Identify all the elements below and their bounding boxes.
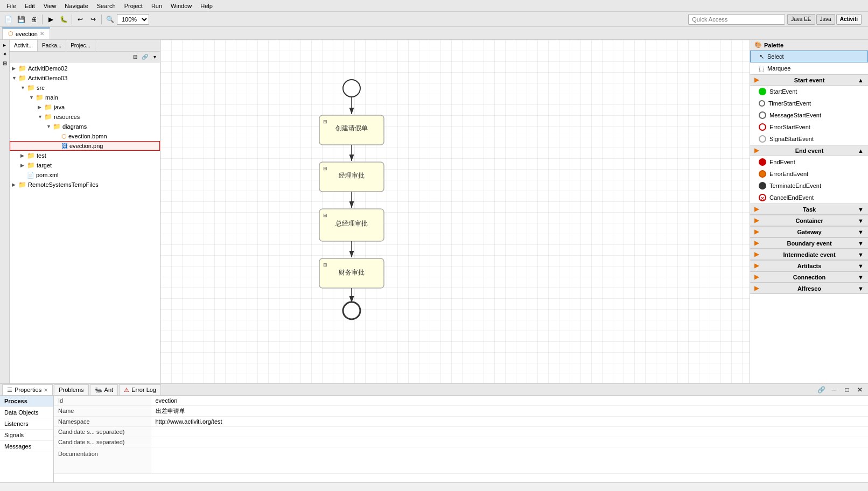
perspective-javaee[interactable]: Java EE — [787, 14, 815, 25]
props-scrollbar[interactable] — [0, 482, 868, 491]
arrow-java[interactable]: ▶ — [38, 104, 44, 110]
arrow-test[interactable]: ▶ — [20, 153, 27, 158]
arrow-diagrams[interactable]: ▼ — [46, 124, 53, 129]
palette-item-terminateend[interactable]: TerminateEndEvent — [750, 180, 868, 192]
palette-section-gateway[interactable]: ▶ Gateway ▼ — [750, 226, 868, 237]
editor-tab-evection[interactable]: ⬡ evection ✕ — [2, 27, 50, 39]
menu-help[interactable]: Help — [196, 2, 217, 10]
nav-process[interactable]: Process — [0, 396, 53, 407]
props-close-btn[interactable]: ✕ — [854, 384, 866, 396]
side-icon-3[interactable]: ⊞ — [2, 59, 8, 67]
toolbar-new[interactable]: 📄 — [2, 13, 14, 25]
palette-section-boundary[interactable]: ▶ Boundary event ▼ — [750, 237, 868, 249]
toolbar-undo[interactable]: ↩ — [74, 13, 86, 25]
bottom-tab-problems[interactable]: Problems — [54, 384, 88, 395]
toolbar-run[interactable]: ▶ — [45, 13, 57, 25]
toolbar-debug[interactable]: 🐛 — [58, 13, 69, 25]
props-id-input[interactable] — [156, 397, 864, 404]
palette-item-cancelend[interactable]: ✕ CancelEndEvent — [750, 192, 868, 204]
tree-item-diagrams[interactable]: ▼ 📁 diagrams — [10, 122, 160, 131]
arrow-main[interactable]: ▼ — [29, 95, 36, 100]
tree-item-evection-png[interactable]: 🖼 evection.png — [10, 141, 160, 151]
palette-section-task[interactable]: ▶ Task ▼ — [750, 204, 868, 215]
link-editor-btn[interactable]: 🔗 — [141, 53, 149, 61]
menu-window[interactable]: Window — [166, 2, 196, 10]
end-event-circle[interactable] — [343, 302, 360, 319]
nav-signals[interactable]: Signals — [0, 430, 53, 441]
tree-item-resources[interactable]: ▼ 📁 resources — [10, 112, 160, 122]
arrow-src[interactable]: ▼ — [20, 85, 27, 90]
props-max-btn[interactable]: □ — [841, 384, 853, 396]
props-open-btn[interactable]: 🔗 — [815, 384, 827, 396]
perspective-java[interactable]: Java — [816, 14, 835, 25]
bottom-tab-errorlog[interactable]: ⚠ Error Log — [119, 384, 161, 395]
menu-project[interactable]: Project — [120, 2, 147, 10]
bottom-tab-ant[interactable]: 🐜 Ant — [90, 384, 118, 395]
perspective-activiti[interactable]: Activiti — [836, 14, 862, 25]
collapse-all-btn[interactable]: ⊟ — [131, 53, 139, 61]
props-documentation-input[interactable] — [156, 449, 864, 471]
palette-section-connection[interactable]: ▶ Connection ▼ — [750, 271, 868, 283]
toolbar-redo[interactable]: ↪ — [87, 13, 99, 25]
palette-select[interactable]: ↖ Select — [750, 51, 868, 62]
palette-item-errorend[interactable]: ErrorEndEvent — [750, 168, 868, 180]
tree-item-java[interactable]: ▶ 📁 java — [10, 102, 160, 112]
arrow-activitidemo02[interactable]: ▶ — [12, 66, 18, 71]
arrow-resources[interactable]: ▼ — [38, 114, 44, 120]
tree-item-test[interactable]: ▶ 📁 test — [10, 151, 160, 160]
palette-item-startevent[interactable]: StartEvent — [750, 86, 868, 97]
palette-section-alfresco[interactable]: ▶ Alfresco ▼ — [750, 283, 868, 294]
toolbar-print[interactable]: 🖨 — [28, 13, 40, 25]
diagram-canvas[interactable]: ⊞ 创建请假单 ⊞ 经理审批 ⊞ 总经理审批 — [160, 40, 750, 383]
zoom-select[interactable]: 100% 75% 125% 150% — [117, 14, 149, 25]
palette-item-signalstart[interactable]: SignalStartEvent — [750, 133, 868, 145]
view-menu-btn[interactable]: ▾ — [150, 53, 159, 61]
palette-item-timerstart[interactable]: TimerStartEvent — [750, 97, 868, 109]
props-min-btn[interactable]: ─ — [828, 384, 840, 396]
properties-tab-close[interactable]: ✕ — [44, 387, 48, 393]
palette-section-start-event[interactable]: ▶ Start event ▲ — [750, 74, 868, 86]
side-icon-1[interactable]: ▸ — [2, 41, 7, 49]
tree-item-evection-bpmn[interactable]: ⬡ evection.bpmn — [10, 131, 160, 141]
menu-search[interactable]: Search — [93, 2, 120, 10]
palette-section-artifacts[interactable]: ▶ Artifacts ▼ — [750, 260, 868, 271]
arrow-remote[interactable]: ▶ — [12, 182, 18, 187]
props-candidate1-input[interactable] — [156, 429, 864, 435]
left-tab-project[interactable]: Projec... — [66, 40, 95, 51]
nav-data-objects[interactable]: Data Objects — [0, 407, 53, 418]
menu-run[interactable]: Run — [147, 2, 166, 10]
menu-view[interactable]: View — [39, 2, 61, 10]
editor-tab-close[interactable]: ✕ — [40, 31, 44, 37]
left-tab-activiti[interactable]: Activit... — [10, 40, 38, 51]
tree-item-activitidemo02[interactable]: ▶ 📁 ActivitiDemo02 — [10, 64, 160, 73]
palette-section-intermediate[interactable]: ▶ Intermediate event ▼ — [750, 249, 868, 260]
tree-item-remote[interactable]: ▶ 📁 RemoteSystemsTempFiles — [10, 180, 160, 190]
props-namespace-input[interactable] — [156, 418, 864, 425]
palette-section-end-event[interactable]: ▶ End event ▲ — [750, 145, 868, 156]
tree-item-src[interactable]: ▼ 📁 src — [10, 83, 160, 93]
nav-listeners[interactable]: Listeners — [0, 418, 53, 430]
palette-marquee[interactable]: ⬚ Marquee — [750, 62, 868, 74]
nav-messages[interactable]: Messages — [0, 441, 53, 452]
props-candidate2-input[interactable] — [156, 439, 864, 445]
palette-item-errorstart[interactable]: ErrorStartEvent — [750, 121, 868, 133]
palette-item-messagestart[interactable]: MessageStartEvent — [750, 109, 868, 121]
props-name-input[interactable] — [156, 408, 864, 415]
start-event-circle[interactable] — [343, 80, 360, 97]
palette-item-endevent[interactable]: EndEvent — [750, 156, 868, 168]
menu-file[interactable]: File — [2, 2, 20, 10]
tree-item-activitidemo03[interactable]: ▼ 📁 ActivitiDemo03 — [10, 73, 160, 83]
quick-access-input[interactable] — [688, 14, 785, 25]
tree-item-pomxml[interactable]: 📄 pom.xml — [10, 170, 160, 180]
side-icon-2[interactable]: ✦ — [2, 50, 8, 58]
arrow-target[interactable]: ▶ — [20, 163, 27, 168]
left-tab-package[interactable]: Packa... — [38, 40, 66, 51]
palette-section-container[interactable]: ▶ Container ▼ — [750, 215, 868, 226]
arrow-activitidemo03[interactable]: ▼ — [12, 75, 18, 81]
tree-item-main[interactable]: ▼ 📁 main — [10, 93, 160, 102]
tree-item-target[interactable]: ▶ 📁 target — [10, 160, 160, 170]
menu-navigate[interactable]: Navigate — [60, 2, 92, 10]
toolbar-save[interactable]: 💾 — [15, 13, 27, 25]
toolbar-zoom-in[interactable]: 🔍 — [104, 13, 116, 25]
menu-edit[interactable]: Edit — [20, 2, 39, 10]
